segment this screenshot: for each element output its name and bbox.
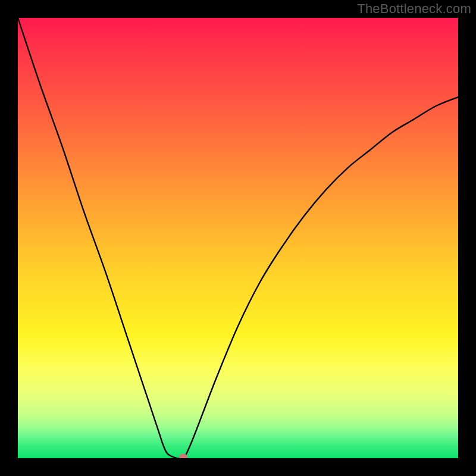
bottleneck-curve xyxy=(18,18,458,458)
watermark-text: TheBottleneck.com xyxy=(357,1,471,17)
plot-area xyxy=(18,18,458,458)
optimal-point-marker xyxy=(179,454,187,458)
chart-frame: TheBottleneck.com xyxy=(0,0,476,476)
